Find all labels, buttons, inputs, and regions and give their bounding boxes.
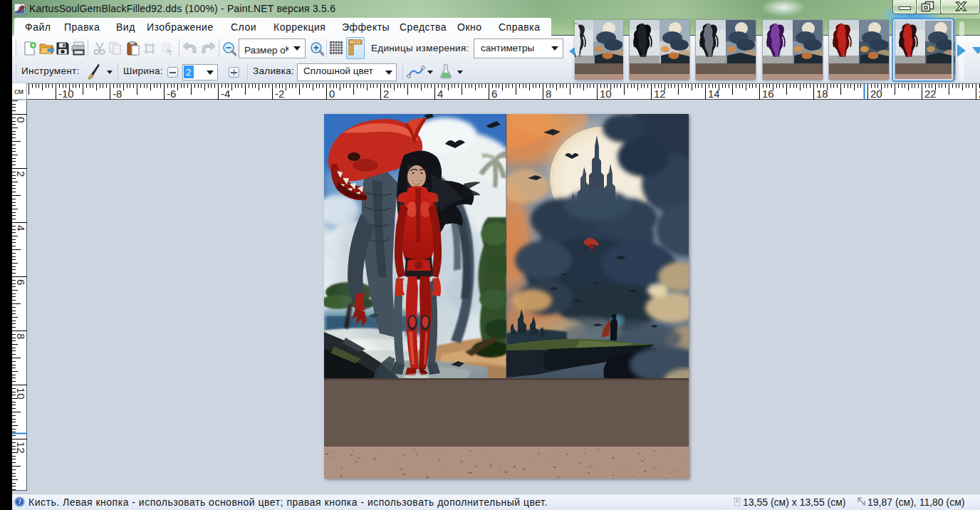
- svg-text:2: 2: [383, 88, 389, 100]
- svg-text:10: 10: [15, 387, 27, 400]
- svg-text:2: 2: [15, 171, 27, 177]
- svg-text:8: 8: [546, 88, 551, 100]
- svg-text:20: 20: [870, 88, 882, 100]
- svg-text:8: 8: [15, 333, 27, 339]
- svg-text:16: 16: [762, 88, 774, 100]
- svg-text:18: 18: [816, 88, 828, 100]
- svg-text:6: 6: [491, 88, 497, 100]
- svg-text:-10: -10: [58, 88, 74, 100]
- svg-text:0: 0: [329, 88, 335, 100]
- svg-text:12: 12: [15, 442, 27, 454]
- svg-text:?: ?: [18, 498, 21, 506]
- svg-text:-2: -2: [275, 88, 284, 100]
- svg-text:0: 0: [15, 117, 27, 123]
- svg-text:4: 4: [437, 88, 443, 100]
- svg-text:-6: -6: [167, 88, 176, 100]
- svg-text:22: 22: [924, 88, 937, 100]
- svg-text:10: 10: [600, 88, 612, 100]
- svg-text:4: 4: [15, 225, 27, 231]
- svg-text:-8: -8: [113, 88, 122, 100]
- svg-text:6: 6: [15, 279, 27, 285]
- svg-text:12: 12: [654, 88, 666, 100]
- svg-text:14: 14: [708, 88, 720, 100]
- svg-text:-4: -4: [221, 88, 230, 100]
